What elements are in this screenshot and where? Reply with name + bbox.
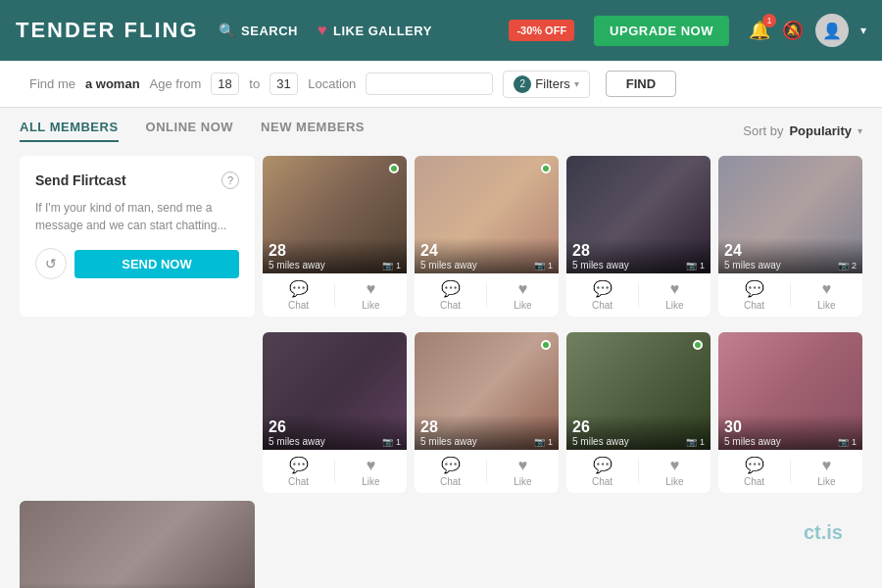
- like-action[interactable]: ♥ Like: [639, 457, 710, 487]
- logo-text: TENDER FLING: [16, 18, 199, 43]
- member-photo-count: 📷 1: [534, 261, 553, 270]
- online-indicator: [389, 164, 399, 173]
- member-photo-count: 📷 1: [382, 261, 401, 270]
- member-age: 28: [420, 418, 477, 436]
- chat-action[interactable]: 💬 Chat: [566, 279, 638, 311]
- chat-action[interactable]: 💬 Chat: [263, 456, 334, 487]
- member-actions: 💬 Chat ♥ Like: [415, 450, 559, 493]
- discount-badge: -30% OFF: [509, 20, 574, 41]
- chat-action[interactable]: 💬 Chat: [415, 456, 486, 487]
- member-distance: 5 miles away: [269, 260, 325, 270]
- age-from-label: Age from: [150, 76, 202, 91]
- chat-action[interactable]: 💬 Chat: [566, 456, 638, 487]
- header: TENDER FLING 🔍 SEARCH ♥ LIKE GALLERY -30…: [0, 0, 882, 61]
- member-info: 28 5 miles away 📷 1: [415, 415, 559, 450]
- sort-label: Sort by: [743, 123, 783, 138]
- members-grid-row1: Send Flirtcast ? If I'm your kind of man…: [20, 156, 862, 324]
- like-action[interactable]: ♥ Like: [487, 457, 559, 487]
- like-label: Like: [362, 300, 379, 311]
- member-actions: 💬 Chat ♥ Like: [263, 450, 407, 493]
- search-icon: 🔍: [219, 23, 236, 38]
- like-label: Like: [817, 300, 835, 311]
- member-age: 24: [724, 242, 781, 260]
- refresh-button[interactable]: ↺: [35, 248, 67, 279]
- logo: TENDER FLING: [16, 18, 199, 43]
- like-action[interactable]: ♥ Like: [791, 280, 862, 311]
- member-distance: 5 miles away: [420, 260, 477, 270]
- flirtcast-body: If I'm your kind of man, send me a messa…: [35, 199, 239, 234]
- member-card: 30 5 miles away 📷 1 💬 Chat ♥ Like: [718, 332, 862, 493]
- member-actions: 💬 Chat ♥ Like: [566, 450, 710, 493]
- tab-online-now[interactable]: ONLINE NOW: [146, 120, 234, 142]
- member-distance: 5 miles away: [724, 260, 781, 270]
- chat-label: Chat: [440, 476, 461, 487]
- nav-like-gallery[interactable]: ♥ LIKE GALLERY: [318, 22, 432, 39]
- member-photo-count: 📷 1: [686, 437, 705, 447]
- flirtcast-header: Send Flirtcast ?: [35, 172, 239, 189]
- chevron-down-icon[interactable]: ▾: [860, 24, 866, 37]
- like-action[interactable]: ♥ Like: [335, 457, 407, 487]
- chat-label: Chat: [288, 476, 309, 487]
- age-to-label: to: [249, 76, 260, 91]
- age-to-dropdown[interactable]: 313540: [270, 73, 298, 95]
- member-info: 26 5 miles away 📷 1: [566, 415, 710, 450]
- age-to-select-wrap: 313540: [270, 73, 298, 95]
- member-info: 24 5 miles away 📷 2: [718, 238, 862, 273]
- member-photo: 24 5 miles away 📷 2: [718, 156, 862, 273]
- member-distance: 5 miles away: [420, 436, 477, 447]
- location-dropdown[interactable]: [366, 73, 493, 95]
- filters-button[interactable]: 2 Filters ▾: [503, 71, 589, 98]
- age-from-dropdown[interactable]: 181920: [211, 73, 239, 95]
- upgrade-button[interactable]: UPGRADE NOW: [594, 16, 729, 46]
- member-actions: 💬 Chat ♥ Like: [566, 273, 710, 317]
- chat-action[interactable]: 💬 Chat: [718, 279, 790, 311]
- location-select-wrap: [366, 73, 493, 95]
- empty-space: [20, 332, 255, 493]
- chat-action[interactable]: 💬 Chat: [718, 456, 790, 487]
- tab-new-members[interactable]: NEW MEMBERS: [261, 120, 365, 142]
- member-info: 28 5 miles away 📷 1: [566, 238, 710, 273]
- chat-label: Chat: [592, 476, 612, 487]
- avatar[interactable]: 👤: [815, 14, 849, 47]
- header-icons: 🔔 1 🔕 👤 ▾: [749, 14, 866, 47]
- flirtcast-title: Send Flirtcast: [35, 172, 126, 188]
- like-label: Like: [514, 300, 531, 311]
- tab-all-members[interactable]: ALL MEMBERS: [20, 120, 119, 142]
- sort-chevron-icon[interactable]: ▾: [858, 125, 862, 136]
- member-actions: 💬 Chat ♥ Like: [718, 273, 862, 317]
- notification-icon[interactable]: 🔔 1: [749, 20, 770, 41]
- member-photo: 24 5 miles away 📷 3: [20, 501, 255, 588]
- member-info: 28 5 miles away 📷 1: [263, 238, 407, 273]
- find-button[interactable]: FIND: [606, 71, 676, 97]
- like-label: Like: [514, 476, 531, 487]
- like-icon: ♥: [822, 457, 832, 474]
- like-action[interactable]: ♥ Like: [639, 280, 710, 311]
- members-grid-row2: 26 5 miles away 📷 1 💬 Chat ♥ Like: [20, 332, 862, 588]
- sort-value[interactable]: Popularity: [789, 123, 852, 138]
- member-card: 28 5 miles away 📷 1 💬 Chat ♥ Like: [415, 332, 559, 493]
- like-action[interactable]: ♥ Like: [335, 280, 407, 311]
- send-now-button[interactable]: SEND NOW: [74, 250, 239, 278]
- chat-icon: 💬: [593, 456, 612, 474]
- help-icon[interactable]: ?: [221, 172, 239, 189]
- like-action[interactable]: ♥ Like: [791, 457, 862, 487]
- chat-icon: 💬: [441, 279, 461, 298]
- nav-search[interactable]: 🔍 SEARCH: [219, 23, 298, 38]
- like-action[interactable]: ♥ Like: [487, 280, 559, 311]
- member-age: 28: [572, 242, 629, 260]
- member-photo: 26 5 miles away 📷 1: [263, 332, 407, 450]
- filter-chevron-icon: ▾: [574, 78, 579, 89]
- bell-icon[interactable]: 🔕: [782, 20, 804, 41]
- member-age: 24: [420, 242, 477, 260]
- grid-container: Send Flirtcast ? If I'm your kind of man…: [20, 156, 862, 588]
- member-distance: 5 miles away: [269, 436, 325, 447]
- chat-action[interactable]: 💬 Chat: [263, 279, 334, 311]
- like-icon: ♥: [518, 457, 528, 474]
- like-icon: ♥: [367, 280, 376, 298]
- member-info: 24 5 miles away 📷 1: [415, 238, 559, 273]
- chat-action[interactable]: 💬 Chat: [415, 279, 486, 311]
- online-indicator: [541, 164, 551, 173]
- chat-icon: 💬: [745, 456, 764, 474]
- like-icon: ♥: [670, 280, 680, 298]
- member-photo-count: 📷 1: [686, 261, 705, 270]
